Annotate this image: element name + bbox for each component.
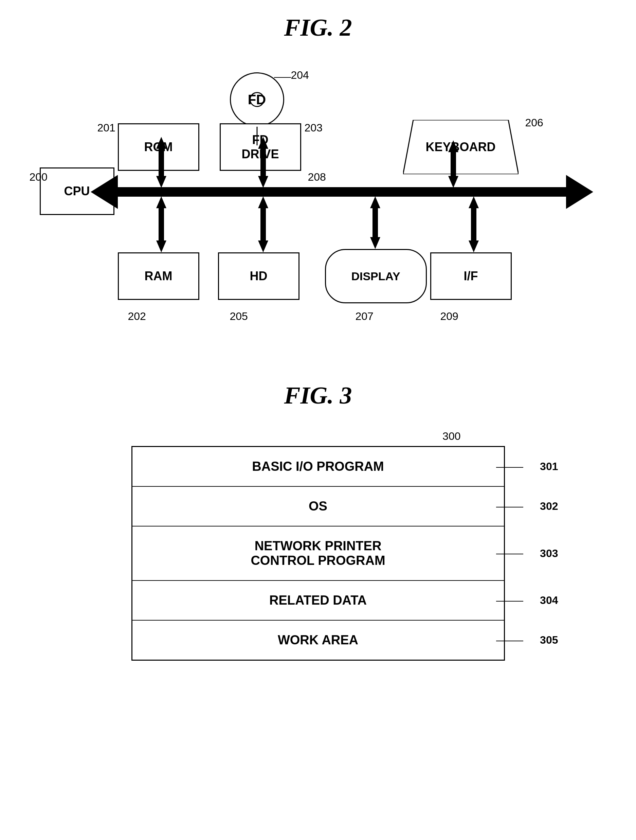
- svg-rect-29: [471, 215, 477, 240]
- stack-row-bios: BASIC I/O PROGRAM 301: [133, 447, 504, 487]
- stack-diagram: BASIC I/O PROGRAM 301 OS 302: [131, 446, 505, 661]
- fig3-diagram: 300 BASIC I/O PROGRAM 301 OS: [131, 430, 505, 661]
- display-component: DISPLAY: [325, 249, 427, 303]
- stack-row-workarea-number: 305: [496, 634, 558, 646]
- fig2-diagram: FD 204 ROM 201 FD DRIVE 203 KEYBOARD 206…: [30, 62, 607, 354]
- svg-rect-5: [159, 156, 164, 176]
- stack-row-bios-number: 301: [496, 460, 558, 473]
- fd-label: FD: [248, 92, 266, 107]
- svg-marker-20: [258, 240, 268, 253]
- svg-marker-28: [469, 240, 479, 253]
- stack-row-reldata: RELATED DATA 304: [133, 581, 504, 621]
- rom-arrow: [151, 137, 172, 188]
- stack-row-reldata-number: 304: [496, 594, 558, 607]
- ram-component: RAM: [118, 253, 199, 300]
- workarea-line: [496, 636, 537, 646]
- fig3-stack-number: 300: [131, 430, 461, 442]
- bios-line: [496, 462, 537, 472]
- hd-label: HD: [250, 269, 268, 283]
- svg-marker-18: [258, 196, 268, 208]
- if-number: 209: [440, 310, 458, 323]
- fig2-title: FIG. 2: [14, 14, 622, 42]
- if-arrow: [464, 196, 484, 253]
- svg-rect-21: [260, 215, 266, 240]
- svg-marker-2: [156, 137, 166, 149]
- hd-component: HD: [218, 253, 300, 300]
- svg-rect-17: [159, 215, 164, 240]
- stack-row-os: OS 302: [133, 487, 504, 526]
- ram-label: RAM: [145, 269, 172, 283]
- fddrive-number: 203: [305, 122, 323, 134]
- ram-arrow: [151, 196, 172, 253]
- fig3-title: FIG. 3: [14, 381, 622, 410]
- svg-marker-24: [370, 237, 380, 249]
- bus-arrow-right: [566, 175, 593, 209]
- keyboard-label: KEYBOARD: [426, 140, 496, 154]
- fd-fddrive-line: [254, 127, 260, 145]
- svg-marker-14: [156, 196, 166, 208]
- reldata-line: [496, 596, 537, 606]
- fd-line: [274, 73, 294, 82]
- svg-marker-8: [258, 176, 268, 188]
- keyboard-number: 206: [525, 117, 543, 129]
- cpu-number: 200: [30, 171, 47, 183]
- rom-number: 201: [98, 122, 115, 134]
- bus-number: 208: [308, 171, 326, 183]
- svg-marker-26: [469, 196, 479, 208]
- ram-number: 202: [128, 310, 146, 323]
- if-component: I/F: [430, 253, 512, 300]
- cpu-label: CPU: [64, 184, 90, 198]
- hd-arrow: [253, 196, 273, 253]
- stack-row-workarea: WORK AREA 305: [133, 621, 504, 660]
- display-arrow: [365, 196, 385, 249]
- stack-row-os-number: 302: [496, 500, 558, 513]
- svg-marker-16: [156, 240, 166, 253]
- bus-arrow-left: [91, 175, 118, 209]
- hd-number: 205: [230, 310, 248, 323]
- bus-line: [114, 187, 576, 197]
- os-line: [496, 502, 537, 512]
- svg-marker-22: [370, 196, 380, 208]
- svg-marker-12: [448, 176, 458, 188]
- display-label: DISPLAY: [351, 270, 400, 283]
- stack-row-npcp: NETWORK PRINTER CONTROL PROGRAM 303: [133, 526, 504, 581]
- if-label: I/F: [464, 269, 478, 283]
- svg-rect-25: [372, 215, 378, 237]
- stack-row-npcp-number: 303: [496, 547, 558, 560]
- svg-rect-13: [451, 157, 456, 176]
- svg-rect-9: [260, 156, 266, 176]
- display-number: 207: [355, 310, 374, 323]
- svg-marker-4: [156, 176, 166, 188]
- npcp-line: [496, 549, 537, 559]
